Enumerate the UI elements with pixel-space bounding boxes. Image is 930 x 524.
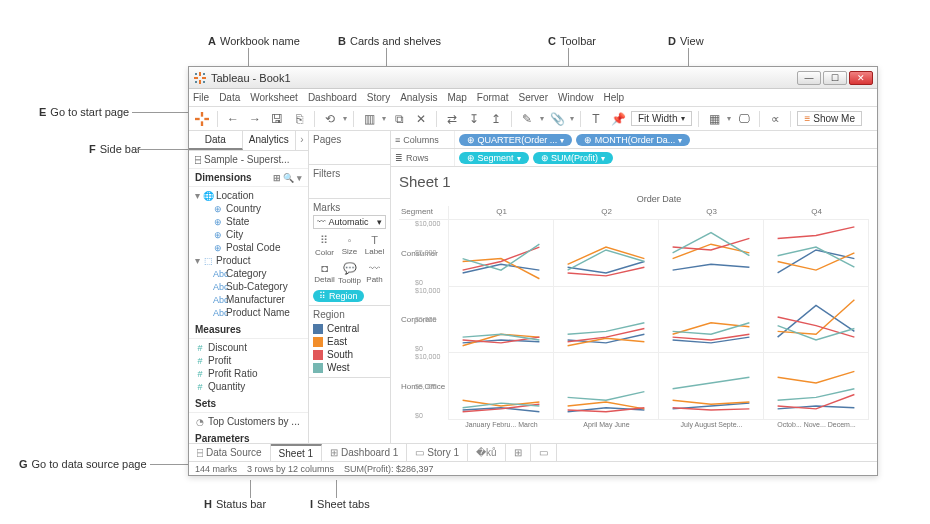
go-start-icon[interactable] (193, 110, 211, 128)
quarter-header: Q1 (449, 206, 554, 220)
legend-east[interactable]: East (313, 335, 386, 348)
marks-color-pill[interactable]: ⠿Region (313, 290, 364, 302)
dim-state-icon: ⊕ (213, 217, 223, 227)
dim-manufacturer[interactable]: AbcManufacturer (189, 293, 308, 306)
pill[interactable]: ⊕ MONTH(Order Da...▾ (576, 134, 690, 146)
tooltip-icon: 💬 (338, 261, 361, 276)
fit-dropdown[interactable]: Fit Width▾ (631, 111, 692, 126)
dim-sub-category[interactable]: AbcSub-Category (189, 280, 308, 293)
dim-country[interactable]: ⊕Country (189, 202, 308, 215)
new-dashboard-tab[interactable]: ⊞ (506, 444, 531, 461)
set-item[interactable]: ◔Top Customers by ... (189, 415, 308, 428)
back-icon[interactable]: ← (224, 110, 242, 128)
showme-button[interactable]: ≡Show Me (797, 111, 862, 126)
sheet-title[interactable]: Sheet 1 (399, 173, 869, 190)
legend-swatch (313, 350, 323, 360)
sidebar-expand-icon[interactable]: › (296, 131, 308, 150)
mark-btn-label[interactable]: TLabel (363, 232, 386, 258)
swap-icon[interactable]: ⇄ (443, 110, 461, 128)
duplicate-icon[interactable]: ⧉ (390, 110, 408, 128)
dim-product-name[interactable]: AbcProduct Name (189, 306, 308, 319)
dim-postal-code[interactable]: ⊕Postal Code (189, 241, 308, 254)
size-icon: ◦ (338, 233, 361, 247)
cards-pane: Pages Filters Marks 〰 Automatic▾ ⠿Color◦… (309, 131, 391, 443)
group-icon[interactable]: 📎 (548, 110, 566, 128)
sort-desc-icon[interactable]: ↥ (487, 110, 505, 128)
tab-data[interactable]: Data (189, 131, 243, 150)
cards-icon[interactable]: ▦ (705, 110, 723, 128)
menu-map[interactable]: Map (447, 92, 466, 103)
menu-format[interactable]: Format (477, 92, 509, 103)
menu-file[interactable]: File (193, 92, 209, 103)
menubar: FileDataWorksheetDashboardStoryAnalysisM… (189, 89, 877, 107)
datasource-icon: ⌸ (195, 154, 201, 165)
sheet1-tab[interactable]: Sheet 1 (271, 444, 322, 461)
present-icon[interactable]: 🖵 (735, 110, 753, 128)
menu-analysis[interactable]: Analysis (400, 92, 437, 103)
story1-tab[interactable]: ▭Story 1 (407, 444, 468, 461)
menu-server[interactable]: Server (519, 92, 548, 103)
pill[interactable]: ⊕ QUARTER(Order ...▾ (459, 134, 572, 146)
maximize-button[interactable]: ☐ (823, 71, 847, 85)
tab-analytics[interactable]: Analytics (243, 131, 297, 150)
marks-type-dropdown[interactable]: 〰 Automatic▾ (313, 215, 386, 229)
menu-window[interactable]: Window (558, 92, 594, 103)
dim-category[interactable]: AbcCategory (189, 267, 308, 280)
columns-shelf[interactable]: ≡Columns ⊕ QUARTER(Order ...▾⊕ MONTH(Ord… (391, 131, 877, 149)
dimensions-header: Dimensions⊞ 🔍 ▾ (189, 169, 308, 187)
menu-help[interactable]: Help (604, 92, 625, 103)
mark-btn-detail[interactable]: ◘Detail (313, 260, 336, 286)
minimize-button[interactable]: — (797, 71, 821, 85)
dim-group-product[interactable]: ▾ ⬚ Product (189, 254, 308, 267)
menu-worksheet[interactable]: Worksheet (250, 92, 298, 103)
legend-swatch (313, 337, 323, 347)
mark-btn-path[interactable]: 〰Path (363, 260, 386, 286)
legend-central[interactable]: Central (313, 322, 386, 335)
dashboard1-tab[interactable]: ⊞Dashboard 1 (322, 444, 407, 461)
dim-group-location[interactable]: ▾ 🌐 Location (189, 189, 308, 202)
measure-quantity[interactable]: #Quantity (189, 380, 308, 393)
menu-story[interactable]: Story (367, 92, 390, 103)
share-icon[interactable]: ∝ (766, 110, 784, 128)
view-canvas[interactable]: Sheet 1 Order Date SegmentQ1Q2Q3Q4Consum… (391, 167, 877, 443)
dim-city[interactable]: ⊕City (189, 228, 308, 241)
mark-btn-tooltip[interactable]: 💬Tooltip (338, 260, 361, 286)
sort-asc-icon[interactable]: ↧ (465, 110, 483, 128)
tableau-logo-icon (193, 71, 207, 85)
pill[interactable]: ⊕ Segment▾ (459, 152, 529, 164)
save-icon[interactable]: 🖫 (268, 110, 286, 128)
new-sheet-icon[interactable]: ▥ (360, 110, 378, 128)
refresh-icon[interactable]: ⟲ (321, 110, 339, 128)
filters-card[interactable]: Filters (309, 165, 390, 199)
new-data-icon[interactable]: ⎘ (290, 110, 308, 128)
measure-quantity-icon: # (195, 382, 205, 392)
dim-state[interactable]: ⊕State (189, 215, 308, 228)
rows-shelf[interactable]: ≣Rows ⊕ Segment▾⊕ SUM(Profit)▾ (391, 149, 877, 167)
forward-icon[interactable]: → (246, 110, 264, 128)
status-agg: SUM(Profit): $286,397 (344, 464, 434, 474)
close-button[interactable]: ✕ (849, 71, 873, 85)
datasource-item[interactable]: ⌸Sample - Superst... (189, 151, 308, 169)
clear-icon[interactable]: ✕ (412, 110, 430, 128)
mark-btn-color[interactable]: ⠿Color (313, 232, 336, 258)
cube-icon: ⬚ (203, 256, 213, 266)
pin-icon[interactable]: 📌 (609, 110, 627, 128)
measure-discount[interactable]: #Discount (189, 341, 308, 354)
callout-e: EGo to start page (39, 106, 129, 118)
labels-icon[interactable]: T (587, 110, 605, 128)
new-sheet-tab[interactable]: �ků (468, 444, 506, 461)
measure-profit-ratio[interactable]: #Profit Ratio (189, 367, 308, 380)
pages-card[interactable]: Pages (309, 131, 390, 165)
menu-data[interactable]: Data (219, 92, 240, 103)
mark-btn-size[interactable]: ◦Size (338, 232, 361, 258)
pill[interactable]: ⊕ SUM(Profit)▾ (533, 152, 614, 164)
legend-south[interactable]: South (313, 348, 386, 361)
new-story-tab[interactable]: ▭ (531, 444, 557, 461)
datasource-tab[interactable]: ⌸Data Source (189, 444, 271, 461)
chart-cell (554, 353, 659, 420)
highlight-icon[interactable]: ✎ (518, 110, 536, 128)
legend-west[interactable]: West (313, 361, 386, 374)
menu-dashboard[interactable]: Dashboard (308, 92, 357, 103)
measure-profit[interactable]: #Profit (189, 354, 308, 367)
dim-postal-code-icon: ⊕ (213, 243, 223, 253)
